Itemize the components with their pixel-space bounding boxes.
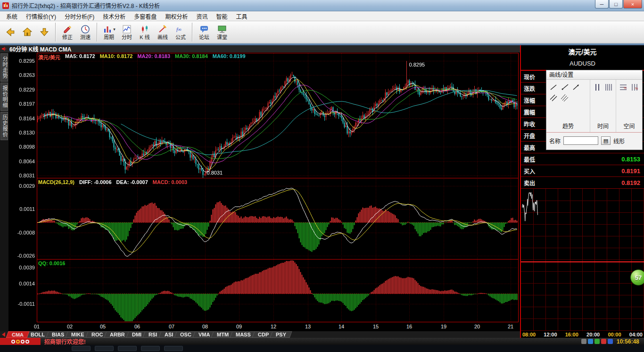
name-label: 名称 xyxy=(549,137,561,145)
taskbar-window-button[interactable] xyxy=(118,346,137,351)
menu-item-3[interactable]: 技术分析 xyxy=(99,11,130,21)
toolbar-clock-button[interactable]: 测速 xyxy=(76,22,94,42)
toolbar: 修正测速▾周期分时K 线画线f∞公式论坛课堂 xyxy=(0,21,644,43)
drawtool-vline-pair-icon[interactable] xyxy=(592,82,603,92)
taskbar-window-button[interactable] xyxy=(72,346,91,351)
toolbar-drawline-button[interactable]: 画线 xyxy=(154,22,172,42)
time-axis: 08:0012:0016:0020:0000:0004:00 xyxy=(520,331,644,338)
kline-chart-canvas[interactable] xyxy=(8,52,520,322)
indicator-tab-CMA[interactable]: CMA xyxy=(6,331,29,338)
tray-icon-gray[interactable] xyxy=(581,339,586,344)
sidebar-tab-2[interactable]: 历史报价 xyxy=(0,112,8,140)
toolbar-class-button[interactable]: 课堂 xyxy=(213,22,231,42)
menu-item-4[interactable]: 多窗看盘 xyxy=(130,11,161,21)
menu-item-1[interactable]: 行情报价(Y) xyxy=(22,11,60,21)
time-axis-label: 08:00 xyxy=(522,332,536,337)
qq-axis-tick: 0.0039 xyxy=(8,265,35,270)
price-axis-tick: 0.8130 xyxy=(8,130,35,135)
quote-row-value: 0.8153 xyxy=(621,156,640,163)
taskbar[interactable] xyxy=(0,345,644,352)
logo-dot xyxy=(11,340,15,344)
list-button[interactable]: ▤ xyxy=(601,136,611,145)
toolbar-arrow-down-button[interactable] xyxy=(36,22,53,42)
menu-item-0[interactable]: 系统 xyxy=(2,11,22,21)
menu-item-8[interactable]: 工具 xyxy=(231,11,251,21)
close-button[interactable]: × xyxy=(623,0,642,8)
price-axis-tick: 0.8164 xyxy=(8,116,35,121)
drawtool-pct-v-icon[interactable]: % xyxy=(629,82,640,92)
legend-item: QQ: 0.0016 xyxy=(38,260,65,266)
indicator-tab-label: RSI xyxy=(149,332,157,337)
menu-item-6[interactable]: 资讯 xyxy=(192,11,212,21)
toolbar-minute-button[interactable]: 分时 xyxy=(118,22,136,42)
chart-header-label: 60分钟 K线 MACD CMA xyxy=(9,45,71,53)
indicator-tab-label: VMA xyxy=(198,332,210,337)
taskbar-window-button[interactable] xyxy=(95,346,114,351)
indicator-tab-label: ROC xyxy=(91,332,103,337)
x-axis-tick: 16 xyxy=(406,324,412,329)
tray-icon-red[interactable] xyxy=(601,339,606,344)
taskbar-window-button[interactable] xyxy=(141,346,160,351)
tray-icon-blue2[interactable] xyxy=(608,339,613,344)
drawtool-channel-icon[interactable] xyxy=(559,92,570,103)
toolbar-label: 课堂 xyxy=(217,34,227,41)
toolbar-edit-button[interactable]: 修正 xyxy=(58,22,76,42)
drawtool-pct-h-icon[interactable]: % xyxy=(618,82,629,92)
indicator-tab-label: OSC xyxy=(180,332,191,337)
edit-icon xyxy=(62,24,73,34)
tick-chart-canvas[interactable] xyxy=(521,189,644,331)
price-axis-tick: 0.8263 xyxy=(8,72,35,78)
price-axis-tick: 0.8031 xyxy=(8,173,35,178)
toolbar-icon-row xyxy=(122,24,132,34)
macd-axis-tick: -0.0026 xyxy=(8,253,35,259)
minimize-button[interactable]: ─ xyxy=(595,0,609,8)
toolbar-period-button[interactable]: ▾周期 xyxy=(100,22,118,42)
menu-item-5[interactable]: 期权分析 xyxy=(161,11,192,21)
sidebar-tab-1[interactable]: 报价明细 xyxy=(0,83,8,111)
x-axis-tick: 15 xyxy=(373,324,379,329)
macd-axis-tick: -0.0008 xyxy=(8,230,35,235)
tray-icon-green[interactable] xyxy=(594,339,600,344)
drawtool-segment-icon[interactable] xyxy=(548,82,559,92)
tool-group-label: 趋势 xyxy=(546,120,590,132)
toolbar-icon-row xyxy=(39,27,50,37)
indicator-tab-label: BOLL xyxy=(31,332,45,337)
toolbar-icon-row xyxy=(199,24,209,34)
price-annotation: 0.8031 xyxy=(207,170,223,176)
notification-badge[interactable]: 57 xyxy=(630,269,644,285)
toolbar-home-button[interactable] xyxy=(19,22,36,42)
menu-item-7[interactable]: 智能 xyxy=(212,11,231,21)
line-style-label: 线形 xyxy=(613,137,625,145)
toolbar-kline-button[interactable]: K 线 xyxy=(136,22,154,42)
bank-logo xyxy=(0,338,41,345)
drawtool-vline-group-icon[interactable] xyxy=(603,82,614,92)
clock-icon xyxy=(80,24,91,34)
maximize-button[interactable]: □ xyxy=(609,0,623,8)
toolbar-separator xyxy=(97,23,98,42)
tray-icon-blue[interactable] xyxy=(588,339,593,344)
indicator-tab-label: PSY xyxy=(276,332,286,337)
toolbar-formula-button[interactable]: f∞公式 xyxy=(172,22,190,42)
menu-item-2[interactable]: 分时分析(F) xyxy=(60,11,99,21)
toolbar-label: 公式 xyxy=(175,34,186,41)
sidebar-tab-0[interactable]: 分时走势 xyxy=(0,53,8,82)
drawtool-parallel-icon[interactable] xyxy=(548,92,559,103)
tool-group-2: %%空间 xyxy=(616,80,642,132)
toolbar-arrow-left-button[interactable] xyxy=(2,22,19,42)
drawtool-trend-icon[interactable] xyxy=(570,82,582,92)
svg-text:%: % xyxy=(635,87,638,90)
x-axis-tick: 13 xyxy=(305,324,311,329)
symbol-name: 澳元/美元 xyxy=(521,45,644,59)
tab-scroll-left-icon[interactable] xyxy=(2,332,5,337)
legend-item: MA5: 0.8172 xyxy=(65,53,95,61)
name-input[interactable] xyxy=(563,136,598,145)
taskbar-window-button[interactable] xyxy=(164,346,183,351)
toolbar-forum-button[interactable]: 论坛 xyxy=(195,22,213,42)
drawtool-ray-icon[interactable] xyxy=(559,82,570,92)
legend-item: MA60: 0.8199 xyxy=(213,53,246,61)
indicator-tab-PSY[interactable]: PSY xyxy=(270,331,292,338)
price-axis-tick: 0.8098 xyxy=(8,144,35,150)
arrow-down-icon xyxy=(39,27,50,37)
statusbar: 招商银行欢迎您! 10:56:48 xyxy=(0,338,644,345)
quote-row-label: 最低 xyxy=(524,155,535,163)
